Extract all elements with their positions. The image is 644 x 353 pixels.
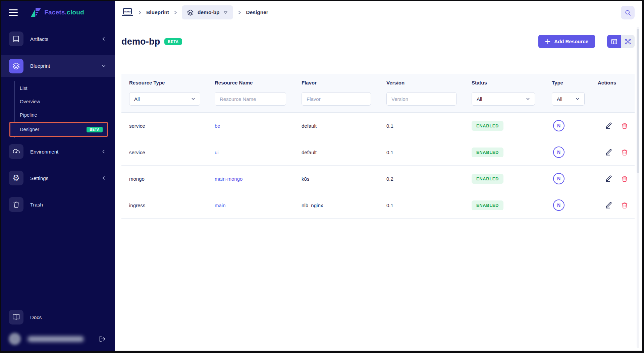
type-badge: N	[553, 199, 565, 211]
cloud-download-icon	[9, 144, 23, 159]
cell-version: 0.1	[386, 202, 472, 208]
column-header: Version	[386, 80, 472, 85]
breadcrumb-blueprint[interactable]: Blueprint	[146, 9, 169, 15]
scrollbar-track[interactable]	[637, 27, 639, 348]
resource-type-filter[interactable]: All	[129, 92, 200, 106]
blueprint-selector[interactable]: demo-bp	[182, 5, 233, 19]
edit-icon[interactable]	[605, 201, 612, 209]
page-header: demo-bp BETA Add Resource	[121, 35, 635, 48]
edit-icon[interactable]	[605, 175, 612, 182]
sidebar-item-settings[interactable]: ⚙ Settings	[0, 168, 115, 188]
dropdown-triangle-icon	[223, 11, 228, 14]
type-badge: N	[553, 146, 565, 158]
sidebar-subitem-pipeline[interactable]: Pipeline	[15, 108, 115, 122]
chevron-left-icon	[101, 149, 106, 154]
flavor-filter-input[interactable]	[302, 92, 371, 106]
subitem-label: Designer	[20, 127, 39, 132]
table-icon	[611, 38, 618, 45]
status-badge: ENABLED	[472, 148, 503, 157]
chevron-right-icon	[237, 10, 242, 15]
breadcrumb: DEMO Blueprint demo-bp Designer	[121, 5, 268, 19]
resource-name-link[interactable]: main-mongo	[215, 176, 302, 182]
book-icon	[9, 32, 23, 46]
filter-value: All	[557, 96, 562, 102]
beta-badge: BETA	[164, 38, 182, 45]
add-resource-button[interactable]: Add Resource	[538, 35, 595, 48]
blueprint-submenu: List Overview Pipeline Designer BETA	[14, 81, 115, 138]
resource-name-link[interactable]: be	[215, 123, 302, 129]
sidebar: Facets.cloud Artifacts Blueprint	[0, 0, 115, 353]
search-button[interactable]	[621, 6, 635, 19]
column-header: Actions	[598, 80, 627, 85]
sidebar-item-trash[interactable]: Trash	[0, 194, 115, 215]
sidebar-subitem-list[interactable]: List	[15, 81, 115, 95]
cell-resource-type: ingress	[129, 202, 215, 208]
sidebar-item-label: Settings	[30, 175, 48, 181]
type-badge: N	[553, 120, 565, 131]
sidebar-subitem-overview[interactable]: Overview	[15, 95, 115, 108]
sidebar-item-artifacts[interactable]: Artifacts	[0, 28, 115, 49]
chevron-down-icon	[526, 97, 530, 101]
type-badge: N	[553, 173, 565, 184]
type-filter[interactable]: All	[552, 92, 585, 106]
logout-icon[interactable]	[99, 335, 106, 343]
sidebar-item-label: Blueprint	[30, 63, 50, 69]
add-resource-label: Add Resource	[554, 39, 588, 44]
cell-version: 0.1	[386, 150, 472, 155]
row-actions	[598, 201, 628, 209]
sidebar-footer: Docs	[0, 302, 115, 353]
filter-value: All	[477, 96, 482, 102]
cell-resource-type: service	[129, 150, 215, 155]
layers-icon	[9, 59, 23, 73]
filter-row: All All All	[129, 92, 627, 106]
chevron-down-icon	[191, 97, 195, 101]
resource-name-filter-input[interactable]	[215, 92, 286, 106]
scrollbar-thumb[interactable]	[637, 29, 639, 173]
cell-version: 0.2	[386, 176, 472, 182]
edit-icon[interactable]	[605, 122, 612, 129]
version-filter-input[interactable]	[386, 92, 457, 106]
layers-icon	[187, 9, 194, 16]
table-row: service ui default 0.1 ENABLED N	[121, 139, 635, 166]
menu-icon[interactable]	[9, 9, 18, 16]
sidebar-subitem-designer[interactable]: Designer BETA	[15, 122, 115, 137]
svg-text:DEMO: DEMO	[124, 10, 131, 13]
network-icon	[625, 38, 631, 45]
sidebar-header: Facets.cloud	[0, 0, 115, 25]
breadcrumb-designer: Designer	[246, 9, 268, 15]
delete-icon[interactable]	[621, 202, 628, 209]
sidebar-item-label: Artifacts	[30, 36, 48, 42]
brand-name: Facets.cloud	[44, 9, 84, 16]
sidebar-item-docs[interactable]: Docs	[0, 307, 115, 328]
resource-name-link[interactable]: main	[215, 202, 302, 208]
row-actions	[598, 175, 628, 182]
chevron-left-icon	[101, 176, 106, 180]
status-filter[interactable]: All	[472, 92, 535, 106]
logo-mark-icon	[31, 8, 41, 17]
plus-icon	[545, 39, 550, 44]
page-title: demo-bp	[121, 37, 160, 47]
table-view-button[interactable]	[607, 35, 621, 48]
edit-icon[interactable]	[605, 149, 612, 156]
sidebar-item-label: Environment	[30, 149, 58, 155]
chevron-right-icon	[173, 10, 178, 15]
graph-view-button[interactable]	[621, 35, 635, 48]
user-account-row[interactable]	[0, 330, 115, 348]
cell-flavor: k8s	[302, 176, 386, 182]
table-body: service be default 0.1 ENABLED N service…	[121, 113, 635, 219]
gear-icon: ⚙	[9, 171, 23, 185]
cell-flavor: default	[302, 150, 386, 155]
subitem-label: List	[20, 85, 28, 91]
resource-name-link[interactable]: ui	[215, 150, 302, 155]
subitem-label: Pipeline	[20, 112, 37, 118]
sidebar-item-environment[interactable]: Environment	[0, 141, 115, 162]
status-badge: ENABLED	[472, 174, 503, 184]
delete-icon[interactable]	[621, 149, 628, 156]
table-header: Resource Type Resource Name Flavor Versi…	[121, 74, 635, 113]
column-header: Status	[472, 80, 552, 85]
delete-icon[interactable]	[621, 122, 628, 129]
chevron-right-icon	[138, 10, 142, 15]
delete-icon[interactable]	[621, 175, 628, 182]
sidebar-item-blueprint[interactable]: Blueprint	[0, 55, 115, 77]
chevron-down-icon	[576, 97, 580, 101]
